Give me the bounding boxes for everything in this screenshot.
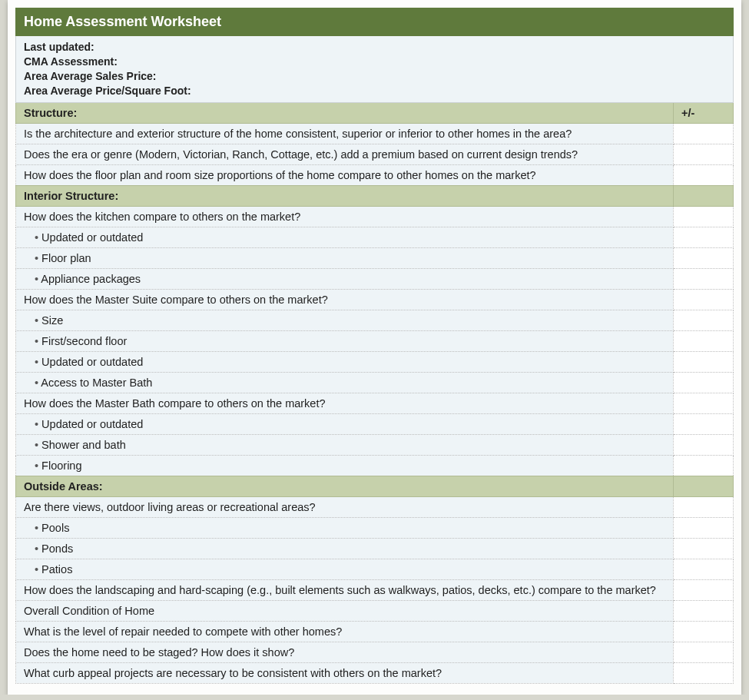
row-bullet-text: Patios <box>24 563 72 576</box>
worksheet-row: Overall Condition of Home <box>16 600 734 621</box>
row-bullet-text: Pools <box>24 522 69 534</box>
row-text: Overall Condition of Home <box>24 605 154 617</box>
meta-cell: Last updated:CMA Assessment:Area Average… <box>16 36 734 103</box>
pm-input-cell[interactable] <box>673 310 733 330</box>
worksheet-row: First/second floor <box>16 330 734 351</box>
row-label-cell: Updated or outdated <box>16 351 674 372</box>
pm-header-cell: +/- <box>673 102 733 123</box>
pm-input-cell[interactable] <box>673 351 733 372</box>
pm-input-cell[interactable] <box>673 538 733 559</box>
row-label-cell: Are there views, outdoor living areas or… <box>16 496 674 517</box>
pm-input-cell[interactable] <box>673 289 733 310</box>
row-text: Does the home need to be staged? How doe… <box>24 646 294 659</box>
meta-area-avg-sales: Area Average Sales Price: <box>24 69 727 84</box>
worksheet-row: Flooring <box>16 455 734 476</box>
row-label-cell: Ponds <box>16 538 674 559</box>
row-label-cell: Does the era or genre (Modern, Victorian… <box>16 144 674 164</box>
row-bullet-text: Updated or outdated <box>24 418 143 430</box>
row-label-cell: Access to Master Bath <box>16 372 674 393</box>
row-text: How does the landscaping and hard-scapin… <box>24 584 656 596</box>
pm-input-cell[interactable] <box>673 434 733 455</box>
pm-header-cell <box>673 185 733 206</box>
row-label-cell: Flooring <box>16 455 674 476</box>
meta-area-avg-psf: Area Average Price/Square Foot: <box>24 84 727 98</box>
worksheet-row: Does the era or genre (Modern, Victorian… <box>16 144 734 164</box>
pm-input-cell[interactable] <box>673 372 733 393</box>
row-label-cell: Floor plan <box>16 247 674 268</box>
worksheet-row: Are there views, outdoor living areas or… <box>16 496 734 517</box>
worksheet-page: Home Assessment WorksheetLast updated:CM… <box>8 0 741 695</box>
pm-input-cell[interactable] <box>673 227 733 247</box>
row-label-cell: Pools <box>16 517 674 538</box>
row-text: Are there views, outdoor living areas or… <box>24 501 316 513</box>
meta-cma: CMA Assessment: <box>24 55 727 69</box>
pm-header-cell <box>673 476 733 496</box>
worksheet-row: Size <box>16 310 734 330</box>
section-heading: Interior Structure: <box>16 185 674 206</box>
worksheet-row: Patios <box>16 559 734 579</box>
pm-input-cell[interactable] <box>673 206 733 227</box>
row-text: How does the floor plan and room size pr… <box>24 169 536 181</box>
row-bullet-text: Access to Master Bath <box>24 377 152 389</box>
section-heading-row: Interior Structure: <box>16 185 734 206</box>
worksheet-row: Shower and bath <box>16 434 734 455</box>
section-heading: Outside Areas: <box>16 476 674 496</box>
worksheet-row: How does the floor plan and room size pr… <box>16 164 734 185</box>
worksheet-row: How does the Master Suite compare to oth… <box>16 289 734 310</box>
pm-input-cell[interactable] <box>673 413 733 434</box>
row-label-cell: How does the floor plan and room size pr… <box>16 164 674 185</box>
worksheet-row: How does the landscaping and hard-scapin… <box>16 579 734 600</box>
pm-input-cell[interactable] <box>673 600 733 621</box>
pm-input-cell[interactable] <box>673 642 733 662</box>
worksheet-row: What is the level of repair needed to co… <box>16 621 734 642</box>
pm-input-cell[interactable] <box>673 144 733 164</box>
row-label-cell: Is the architecture and exterior structu… <box>16 123 674 144</box>
worksheet-row: Access to Master Bath <box>16 372 734 393</box>
worksheet-row: Updated or outdated <box>16 351 734 372</box>
worksheet-row: Appliance packages <box>16 268 734 289</box>
worksheet-row: Ponds <box>16 538 734 559</box>
row-bullet-text: Floor plan <box>24 252 91 264</box>
row-bullet-text: Appliance packages <box>24 273 141 285</box>
row-bullet-text: Ponds <box>24 542 73 555</box>
title-row: Home Assessment Worksheet <box>16 8 734 36</box>
pm-input-cell[interactable] <box>673 579 733 600</box>
row-label-cell: Does the home need to be staged? How doe… <box>16 642 674 662</box>
row-label-cell: Patios <box>16 559 674 579</box>
row-text: What curb appeal projects are necessary … <box>24 667 442 679</box>
row-label-cell: Updated or outdated <box>16 227 674 247</box>
row-label-cell: How does the Master Bath compare to othe… <box>16 393 674 413</box>
meta-row: Last updated:CMA Assessment:Area Average… <box>16 36 734 103</box>
row-text: How does the Master Suite compare to oth… <box>24 294 328 306</box>
row-label-cell: Appliance packages <box>16 268 674 289</box>
worksheet-row: How does the kitchen compare to others o… <box>16 206 734 227</box>
pm-input-cell[interactable] <box>673 247 733 268</box>
pm-input-cell[interactable] <box>673 559 733 579</box>
pm-input-cell[interactable] <box>673 393 733 413</box>
pm-input-cell[interactable] <box>673 164 733 185</box>
pm-input-cell[interactable] <box>673 330 733 351</box>
row-bullet-text: Updated or outdated <box>24 356 143 368</box>
pm-input-cell[interactable] <box>673 496 733 517</box>
row-bullet-text: Flooring <box>24 459 82 472</box>
pm-input-cell[interactable] <box>673 268 733 289</box>
row-label-cell: How does the Master Suite compare to oth… <box>16 289 674 310</box>
meta-last-updated: Last updated: <box>24 40 727 55</box>
worksheet-row: Is the architecture and exterior structu… <box>16 123 734 144</box>
row-text: Is the architecture and exterior structu… <box>24 128 572 140</box>
row-bullet-text: Updated or outdated <box>24 231 143 244</box>
pm-input-cell[interactable] <box>673 662 733 683</box>
pm-input-cell[interactable] <box>673 455 733 476</box>
row-label-cell: Shower and bath <box>16 434 674 455</box>
pm-input-cell[interactable] <box>673 621 733 642</box>
row-text: What is the level of repair needed to co… <box>24 625 342 638</box>
pm-input-cell[interactable] <box>673 517 733 538</box>
row-label-cell: What is the level of repair needed to co… <box>16 621 674 642</box>
pm-input-cell[interactable] <box>673 123 733 144</box>
worksheet-row: How does the Master Bath compare to othe… <box>16 393 734 413</box>
row-text: Does the era or genre (Modern, Victorian… <box>24 148 578 161</box>
row-label-cell: Updated or outdated <box>16 413 674 434</box>
row-bullet-text: Size <box>24 314 63 327</box>
row-label-cell: How does the landscaping and hard-scapin… <box>16 579 674 600</box>
row-label-cell: Overall Condition of Home <box>16 600 674 621</box>
